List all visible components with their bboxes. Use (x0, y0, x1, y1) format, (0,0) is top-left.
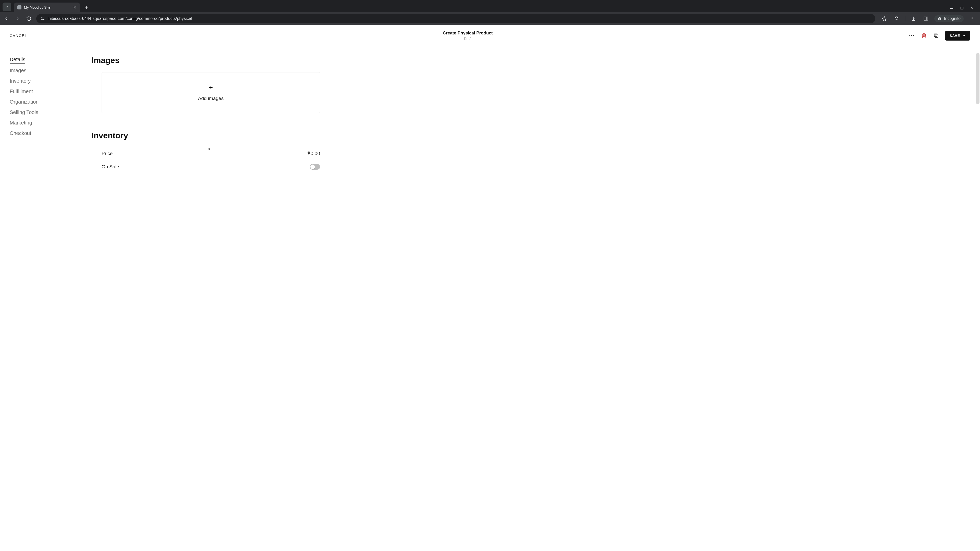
tab-title: My Moodjoy Site (24, 5, 71, 10)
svg-point-13 (909, 35, 910, 36)
svg-point-11 (972, 18, 973, 19)
bookmark-button[interactable] (880, 15, 888, 22)
price-row[interactable]: Price ₱0.00 (102, 151, 320, 156)
svg-point-15 (913, 35, 914, 36)
images-heading: Images (91, 56, 326, 65)
add-images-dropzone[interactable]: + Add images (102, 72, 320, 113)
browser-tab[interactable]: My Moodjoy Site ✕ (14, 3, 80, 12)
reload-button[interactable] (25, 15, 33, 22)
sidebar-item-details[interactable]: Details (10, 56, 25, 64)
svg-point-14 (911, 35, 912, 36)
price-label: Price (102, 151, 113, 156)
close-window-button[interactable]: ✕ (971, 6, 974, 10)
sidebar-item-organization[interactable]: Organization (10, 98, 38, 105)
incognito-icon (937, 16, 942, 21)
page-title: Create Physical Product (27, 30, 908, 36)
svg-marker-4 (882, 17, 886, 21)
main-panel: Images + Add images Inventory Price ₱0.0… (91, 49, 342, 551)
price-value: ₱0.00 (307, 151, 320, 156)
sidebar-item-checkout[interactable]: Checkout (10, 130, 32, 137)
editor-header: CANCEL Create Physical Product Draft SAV… (0, 25, 980, 43)
header-actions: SAVE (908, 31, 970, 41)
url-text: hibiscus-seabass-6444.squarespace.com/co… (48, 16, 192, 21)
inventory-heading: Inventory (91, 131, 326, 140)
page-subtitle: Draft (27, 37, 908, 41)
cancel-button[interactable]: CANCEL (10, 34, 27, 38)
svg-point-10 (972, 17, 973, 17)
favicon-icon (18, 5, 21, 10)
site-info-icon[interactable] (40, 16, 45, 21)
toggle-knob (310, 165, 315, 169)
plus-icon: + (209, 84, 213, 91)
browser-toolbar: hibiscus-seabass-6444.squarespace.com/co… (0, 12, 980, 25)
sidebar-item-selling-tools[interactable]: Selling Tools (10, 109, 38, 116)
duplicate-button[interactable] (933, 32, 939, 39)
tab-search-button[interactable] (3, 3, 11, 11)
address-bar[interactable]: hibiscus-seabass-6444.squarespace.com/co… (36, 14, 875, 23)
incognito-label: Incognito (944, 16, 961, 21)
new-tab-button[interactable]: + (83, 3, 90, 11)
window-controls: — ❐ ✕ (950, 6, 977, 10)
back-button[interactable] (3, 15, 10, 22)
editor-body: Details Images Inventory Fulfillment Org… (0, 43, 980, 551)
browser-chrome: My Moodjoy Site ✕ + — ❐ ✕ hibiscus-seaba… (0, 0, 980, 25)
sidebar-item-fulfillment[interactable]: Fulfillment (10, 88, 33, 95)
forward-button[interactable] (14, 15, 21, 22)
toolbar-actions: Incognito (879, 15, 977, 22)
tab-strip: My Moodjoy Site ✕ + — ❐ ✕ (0, 0, 980, 12)
svg-point-1 (43, 19, 44, 20)
minimize-button[interactable]: — (950, 6, 953, 10)
svg-rect-17 (934, 34, 937, 37)
maximize-button[interactable]: ❐ (960, 6, 964, 10)
sidebar-item-images[interactable]: Images (10, 67, 27, 74)
more-options-button[interactable] (908, 32, 915, 39)
svg-rect-16 (935, 35, 938, 38)
header-title-block: Create Physical Product Draft (27, 30, 908, 41)
delete-button[interactable] (921, 32, 927, 39)
svg-point-12 (972, 20, 973, 21)
svg-rect-6 (924, 17, 928, 20)
save-button[interactable]: SAVE (945, 31, 970, 41)
on-sale-label: On Sale (102, 164, 119, 170)
on-sale-toggle[interactable] (310, 164, 320, 170)
incognito-indicator[interactable]: Incognito (934, 15, 964, 22)
add-images-label: Add images (198, 96, 224, 101)
tab-close-button[interactable]: ✕ (73, 5, 76, 10)
svg-point-8 (939, 18, 940, 20)
sidebar-item-marketing[interactable]: Marketing (10, 119, 32, 126)
downloads-button[interactable] (910, 15, 918, 22)
page-content: CANCEL Create Physical Product Draft SAV… (0, 25, 980, 551)
sidepanel-button[interactable] (922, 15, 930, 22)
section-nav: Details Images Inventory Fulfillment Org… (10, 49, 91, 551)
on-sale-row: On Sale (102, 164, 320, 170)
svg-point-9 (940, 18, 941, 20)
sidebar-item-inventory[interactable]: Inventory (10, 78, 30, 84)
chrome-menu-button[interactable] (968, 15, 976, 22)
extensions-button[interactable] (893, 15, 900, 22)
save-button-label: SAVE (950, 34, 960, 38)
inventory-rows: Price ₱0.00 On Sale (102, 151, 320, 170)
vertical-scrollbar[interactable] (976, 53, 980, 104)
chevron-down-icon (962, 34, 966, 38)
svg-point-0 (41, 17, 42, 18)
